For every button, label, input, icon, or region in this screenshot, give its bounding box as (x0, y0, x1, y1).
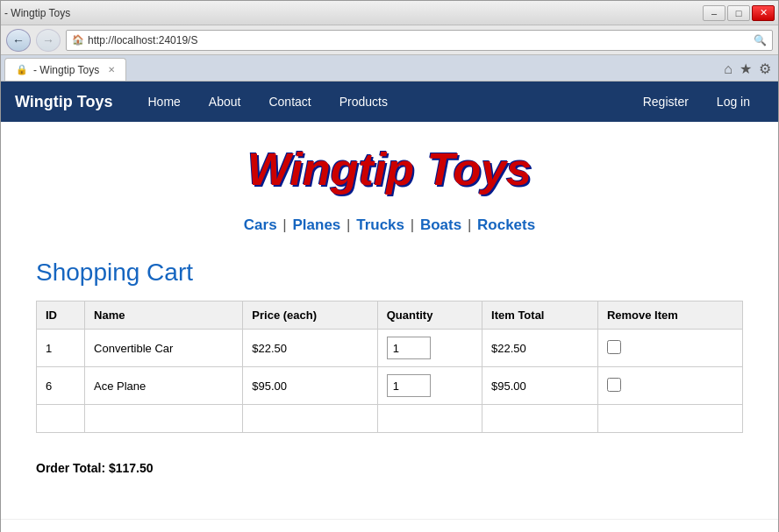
nav-brand[interactable]: Wingtip Toys (15, 93, 113, 111)
nav-links: Home About Contact Products (134, 88, 629, 116)
cat-trucks[interactable]: Trucks (356, 216, 404, 233)
col-id: ID (37, 301, 85, 330)
cart-section: Shopping Cart ID Name Price (each) Quant… (1, 252, 778, 450)
quantity-input[interactable] (387, 374, 431, 397)
cat-cars[interactable]: Cars (244, 216, 277, 233)
row-remove (597, 330, 742, 367)
settings-icon[interactable]: ⚙ (759, 60, 771, 77)
cat-sep-3: | (411, 216, 414, 233)
browser-window: - Wingtip Toys – □ ✕ ← → 🏠 http://localh… (0, 0, 779, 532)
cat-rockets[interactable]: Rockets (477, 216, 535, 233)
col-item-total: Item Total (482, 301, 598, 330)
hero-title: Wingtip Toys (247, 144, 532, 195)
nav-login[interactable]: Log in (703, 88, 764, 116)
address-search-icon: 🔍 (754, 34, 767, 46)
title-bar-left: - Wingtip Toys (4, 7, 70, 19)
col-price: Price (each) (243, 301, 377, 330)
address-lock-icon: 🏠 (72, 34, 84, 46)
row-id: 6 (37, 367, 85, 405)
remove-checkbox[interactable] (607, 378, 621, 392)
close-button[interactable]: ✕ (752, 5, 775, 21)
row-name: Ace Plane (85, 367, 243, 405)
row-remove (597, 367, 742, 405)
cat-boats[interactable]: Boats (420, 216, 461, 233)
col-remove: Remove Item (597, 301, 742, 330)
cat-sep-2: | (347, 216, 350, 233)
hero-section: Wingtip Toys (1, 122, 778, 209)
empty-cell (243, 405, 377, 433)
home-icon[interactable]: ⌂ (724, 61, 733, 77)
row-quantity (377, 367, 482, 405)
empty-cell (85, 405, 243, 433)
page-content: Wingtip Toys Cars | Planes | Trucks | Bo… (1, 122, 778, 532)
cart-table-header: ID Name Price (each) Quantity Item Total… (37, 301, 743, 330)
row-price: $95.00 (243, 367, 377, 405)
order-total: Order Total: $117.50 (1, 450, 778, 493)
empty-cell (377, 405, 482, 433)
col-quantity: Quantity (377, 301, 482, 330)
cart-empty-row (37, 405, 743, 433)
nav-products[interactable]: Products (325, 88, 402, 116)
tab-bar: 🔒 - Wingtip Toys ✕ ⌂ ★ ⚙ (1, 55, 778, 82)
tab-label: - Wingtip Toys (33, 64, 99, 76)
tab-close-icon[interactable]: ✕ (108, 65, 115, 74)
row-quantity (377, 330, 482, 367)
cat-planes[interactable]: Planes (293, 216, 341, 233)
row-item-total: $22.50 (482, 330, 598, 367)
empty-cell (482, 405, 598, 433)
order-total-label: Order Total: $117.50 (36, 461, 154, 475)
forward-button[interactable]: → (36, 29, 61, 52)
nav-right: Register Log in (629, 88, 764, 116)
restore-button[interactable]: □ (727, 5, 750, 21)
quantity-input[interactable] (387, 337, 431, 359)
cart-row: 1 Convertible Car $22.50 $22.50 (37, 330, 743, 367)
main-nav: Wingtip Toys Home About Contact Products… (1, 82, 778, 122)
active-tab[interactable]: 🔒 - Wingtip Toys ✕ (4, 58, 126, 81)
col-name: Name (85, 301, 243, 330)
nav-about[interactable]: About (195, 88, 255, 116)
back-button[interactable]: ← (6, 29, 31, 52)
window-controls: – □ ✕ (703, 5, 775, 21)
row-price: $22.50 (243, 330, 377, 367)
row-id: 1 (37, 330, 85, 367)
page-footer: © 2013 - Wingtip Toys (1, 519, 778, 532)
nav-contact[interactable]: Contact (254, 88, 325, 116)
window-title: - Wingtip Toys (4, 7, 70, 19)
category-links: Cars | Planes | Trucks | Boats | Rockets (1, 209, 778, 252)
cat-sep-1: | (282, 216, 286, 233)
favorites-icon[interactable]: ★ (740, 60, 752, 77)
address-input-wrap[interactable]: 🏠 http://localhost:24019/S 🔍 (66, 30, 773, 51)
row-item-total: $95.00 (482, 367, 598, 405)
cart-table: ID Name Price (each) Quantity Item Total… (36, 301, 743, 433)
address-text: http://localhost:24019/S (88, 34, 750, 46)
empty-cell (597, 405, 742, 433)
tab-icon: 🔒 (16, 64, 28, 75)
nav-register[interactable]: Register (629, 88, 703, 116)
cat-sep-4: | (468, 216, 471, 233)
empty-cell (37, 405, 85, 433)
title-bar: - Wingtip Toys – □ ✕ (1, 1, 778, 25)
nav-home[interactable]: Home (134, 88, 195, 116)
browser-toolbar-icons: ⌂ ★ ⚙ (724, 60, 775, 81)
cart-title: Shopping Cart (36, 259, 743, 287)
remove-checkbox[interactable] (607, 340, 621, 354)
address-bar: ← → 🏠 http://localhost:24019/S 🔍 (1, 25, 778, 55)
minimize-button[interactable]: – (703, 5, 725, 21)
row-name: Convertible Car (85, 330, 243, 367)
cart-row: 6 Ace Plane $95.00 $95.00 (37, 367, 743, 405)
